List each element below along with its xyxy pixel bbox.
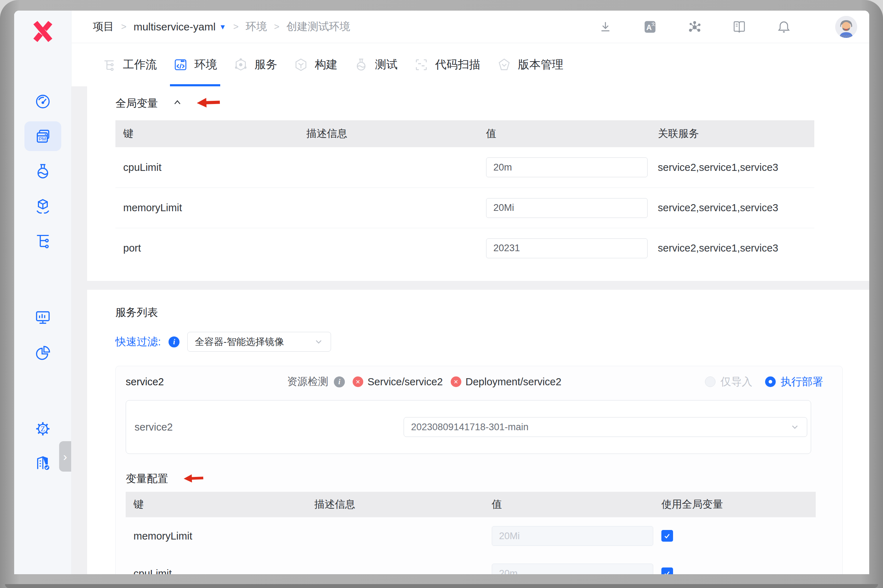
app-window: PM — [14, 10, 869, 574]
var-value-input[interactable] — [486, 198, 648, 218]
tab-tests[interactable]: 测试 — [346, 43, 406, 86]
chevron-down-icon — [314, 337, 323, 347]
table-row: memoryLimit — [126, 517, 816, 555]
environment-icon — [173, 57, 188, 72]
notifications-icon[interactable] — [776, 20, 791, 34]
radio-on-icon — [765, 376, 776, 387]
sidebar-item-tests[interactable] — [32, 160, 54, 183]
breadcrumb-page: 创建测试环境 — [286, 20, 350, 34]
tab-builds[interactable]: 构建 — [285, 43, 346, 86]
breadcrumb-section[interactable]: 环境 — [246, 20, 267, 34]
device-frame: PM — [0, 0, 883, 588]
tab-code-scan[interactable]: 代码扫描 — [406, 43, 489, 86]
quick-filter-label: 快速过滤: — [116, 334, 161, 349]
resource-error[interactable]: ✕ Service/service2 — [353, 376, 443, 388]
tab-services[interactable]: 服务 — [225, 43, 285, 86]
breadcrumb-separator: > — [274, 21, 279, 32]
breadcrumb-project-name[interactable]: multiservice-yaml▼ — [134, 21, 226, 33]
tab-environments[interactable]: 环境 — [165, 43, 225, 86]
sidebar-item-projects[interactable]: PM — [24, 122, 61, 151]
var-config-table: 键 描述信息 值 使用全局变量 memoryLimit — [126, 492, 816, 574]
service-name: service2 — [126, 376, 164, 388]
sidebar-item-pipelines[interactable] — [32, 229, 54, 252]
quick-filter-row: 快速过滤: i 全容器-智能选择镜像 — [116, 332, 869, 352]
var-value-input — [492, 564, 653, 574]
version-icon — [497, 57, 511, 72]
deploy-mode-radios: 仅导入 执行部署 — [705, 375, 823, 389]
var-key: cpuLimit — [126, 568, 307, 574]
global-vars-card: 全局变量 键 描述信息 值 关联服务 — [87, 86, 869, 281]
var-key: memoryLimit — [116, 202, 298, 214]
var-key: memoryLimit — [126, 530, 307, 542]
table-header: 键 描述信息 值 使用全局变量 — [126, 492, 816, 517]
use-global-checkbox-checked[interactable] — [661, 530, 673, 542]
info-icon[interactable]: i — [168, 336, 179, 347]
user-avatar[interactable] — [835, 16, 857, 38]
radio-off-icon — [705, 376, 716, 387]
service-list-card: 服务列表 快速过滤: i 全容器-智能选择镜像 ser — [87, 290, 869, 574]
image-version-select[interactable]: 20230809141718-301-main — [404, 417, 807, 437]
error-circle-icon: ✕ — [353, 376, 363, 387]
resource-check-label: 资源检测 — [287, 375, 328, 389]
translate-icon[interactable]: A 文 — [642, 20, 657, 34]
sidebar-item-organization[interactable] — [32, 451, 54, 474]
breadcrumb-separator: > — [233, 21, 239, 32]
var-services: service2,service1,service3 — [650, 202, 814, 214]
sidebar-expand-handle[interactable]: › — [59, 441, 71, 472]
chevron-down-icon — [790, 422, 800, 432]
service-list-title: 服务列表 — [116, 305, 869, 320]
radio-deploy[interactable]: 执行部署 — [765, 375, 823, 389]
var-services: service2,service1,service3 — [650, 242, 814, 254]
var-config-title: 变量配置 — [126, 472, 168, 486]
code-scan-icon — [414, 57, 429, 72]
sidebar-item-statistics[interactable] — [32, 341, 54, 363]
global-vars-title: 全局变量 — [116, 96, 158, 111]
sidebar-item-insights[interactable] — [32, 306, 54, 328]
download-icon[interactable] — [598, 20, 613, 34]
docs-icon[interactable] — [732, 20, 747, 34]
annotation-arrow — [184, 473, 203, 485]
resource-error[interactable]: ✕ Deployment/service2 — [451, 376, 561, 388]
var-services: service2,service1,service3 — [650, 162, 814, 173]
image-strategy-select[interactable]: 全容器-智能选择镜像 — [187, 332, 331, 352]
test-icon — [354, 57, 369, 72]
table-row: cpuLimit — [126, 555, 816, 574]
service-icon — [233, 57, 248, 72]
global-vars-table: 键 描述信息 值 关联服务 cpuLimit service2,service1… — [116, 120, 814, 268]
info-icon[interactable]: i — [334, 376, 345, 387]
table-row: memoryLimit service2,service1,service3 — [116, 188, 814, 228]
var-value-input[interactable] — [486, 158, 648, 177]
chevron-right-icon: › — [63, 450, 67, 464]
projects-pm-icon: PM — [33, 127, 53, 146]
topbar-actions: A 文 — [598, 16, 857, 38]
table-row: cpuLimit service2,service1,service3 — [116, 147, 814, 188]
content: 全局变量 键 描述信息 值 关联服务 — [72, 86, 869, 574]
workflow-icon — [102, 57, 116, 72]
var-value-input — [492, 526, 653, 546]
table-row: port service2,service1,service3 — [116, 228, 814, 268]
service-inner-name: service2 — [135, 422, 173, 433]
svg-text:Z: Z — [41, 425, 45, 433]
sidebar-item-delivery[interactable] — [32, 195, 54, 218]
service-panel-header: service2 资源检测 i ✕ Service/service2 ✕ — [116, 366, 842, 397]
use-global-checkbox-checked[interactable] — [661, 567, 673, 574]
radio-import-only[interactable]: 仅导入 — [705, 375, 752, 389]
var-value-input[interactable] — [486, 238, 648, 258]
collapse-chevron-up-icon[interactable] — [172, 97, 183, 110]
sidebar-item-dashboard[interactable] — [32, 90, 54, 113]
svg-text:文: 文 — [651, 22, 656, 26]
app-logo-icon[interactable] — [31, 20, 54, 43]
topbar: 项目 > multiservice-yaml▼ > 环境 > 创建测试环境 — [72, 10, 869, 43]
tab-releases[interactable]: 版本管理 — [489, 43, 572, 86]
tab-workflows[interactable]: 工作流 — [93, 43, 165, 86]
service-panel: service2 资源检测 i ✕ Service/service2 ✕ — [116, 366, 842, 574]
error-circle-icon: ✕ — [451, 376, 461, 387]
breadcrumb-separator: > — [121, 21, 126, 32]
sidebar-item-settings[interactable]: Z — [32, 417, 54, 440]
svg-text:PM: PM — [39, 136, 46, 141]
var-key: port — [116, 242, 298, 254]
annotation-arrow — [197, 97, 220, 110]
breadcrumb-projects[interactable]: 项目 — [93, 20, 114, 34]
integrations-icon[interactable] — [687, 20, 702, 34]
var-key: cpuLimit — [116, 162, 298, 173]
